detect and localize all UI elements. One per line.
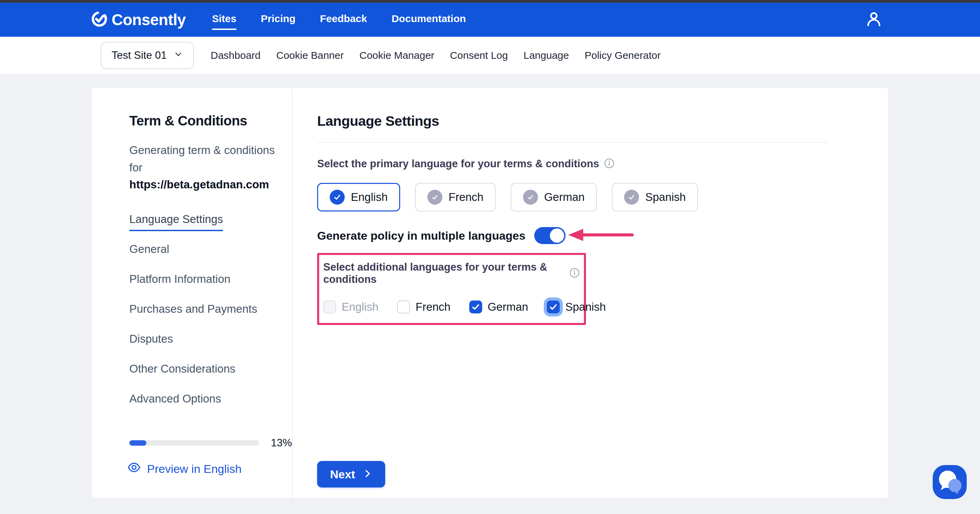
info-icon[interactable]: [604, 158, 614, 170]
panel-title: Language Settings: [317, 113, 888, 129]
primary-language-german[interactable]: German: [511, 183, 597, 211]
additional-languages-label-row: Select additional languages for your ter…: [323, 261, 580, 286]
preview-in-english-link[interactable]: Preview in English: [127, 461, 242, 477]
tab-language[interactable]: Language: [523, 50, 569, 61]
nav-item-documentation[interactable]: Documentation: [392, 13, 466, 27]
checkbox-label: German: [488, 300, 528, 313]
tab-cookie-manager[interactable]: Cookie Manager: [360, 50, 434, 61]
multi-language-toggle-row: Generate policy in multiple languages: [317, 227, 888, 244]
progress-fill: [129, 440, 146, 446]
primary-language-spanish[interactable]: Spanish: [612, 183, 698, 211]
primary-language-label: Select the primary language for your ter…: [317, 158, 599, 170]
sidebar-item-purchases-and-payments[interactable]: Purchases and Payments: [129, 303, 257, 316]
progress-section: 13%: [129, 437, 292, 449]
info-icon[interactable]: [569, 268, 580, 279]
check-circle-icon: [427, 190, 442, 205]
brand-name: Consently: [111, 11, 186, 29]
user-icon: [865, 11, 882, 29]
option-label: French: [449, 191, 484, 204]
primary-language-english[interactable]: English: [317, 183, 400, 211]
additional-languages-options: English French German: [323, 300, 580, 313]
site-selector-value: Test Site 01: [111, 49, 167, 62]
site-navigation-bar: Test Site 01 Dashboard Cookie Banner Coo…: [0, 37, 980, 74]
top-nav-links: Sites Pricing Feedback Documentation: [212, 13, 466, 27]
next-button-label: Next: [330, 468, 355, 481]
check-circle-icon: [523, 190, 538, 205]
site-tabs: Dashboard Cookie Banner Cookie Manager C…: [211, 50, 660, 61]
panel-divider: [317, 142, 829, 143]
nav-item-sites[interactable]: Sites: [212, 13, 237, 27]
multi-language-toggle[interactable]: [534, 227, 566, 244]
primary-language-label-row: Select the primary language for your ter…: [317, 158, 888, 170]
additional-languages-label: Select additional languages for your ter…: [323, 261, 565, 286]
sidebar-menu: Language Settings General Platform Infor…: [129, 213, 292, 422]
tab-cookie-banner[interactable]: Cookie Banner: [276, 50, 344, 61]
chevron-down-icon: [173, 49, 183, 62]
policy-sidebar: Term & Conditions Generating term & cond…: [92, 88, 293, 498]
checkbox-disabled-icon: [323, 300, 336, 313]
additional-languages-highlight-box: Select additional languages for your ter…: [317, 253, 586, 325]
primary-language-options: English French German: [317, 183, 888, 211]
checkbox-checked-icon[interactable]: [469, 300, 482, 313]
tab-policy-generator[interactable]: Policy Generator: [585, 50, 660, 61]
tab-consent-log[interactable]: Consent Log: [450, 50, 508, 61]
nav-item-feedback[interactable]: Feedback: [320, 13, 367, 27]
option-label: German: [544, 191, 585, 204]
sidebar-site-url: https://beta.getadnan.com: [129, 178, 292, 191]
brand-logo[interactable]: Consently: [91, 10, 186, 29]
multi-language-toggle-label: Generate policy in multiple languages: [317, 229, 525, 243]
preview-link-label: Preview in English: [147, 462, 242, 476]
eye-icon: [127, 461, 141, 477]
progress-percent: 13%: [271, 437, 292, 449]
sidebar-item-advanced-options[interactable]: Advanced Options: [129, 392, 221, 405]
sidebar-item-disputes[interactable]: Disputes: [129, 333, 173, 345]
primary-language-french[interactable]: French: [415, 183, 496, 211]
site-selector-dropdown[interactable]: Test Site 01: [101, 42, 194, 69]
window-edge: [0, 0, 980, 3]
additional-language-german[interactable]: German: [469, 300, 528, 313]
toggle-knob: [550, 228, 564, 243]
sidebar-item-platform-information[interactable]: Platform Information: [129, 273, 231, 286]
policy-generator-card: Term & Conditions Generating term & cond…: [92, 88, 888, 498]
sidebar-title: Term & Conditions: [129, 113, 292, 128]
annotation-arrow-icon: [566, 227, 634, 244]
additional-language-french[interactable]: French: [397, 300, 450, 313]
checkbox-unchecked-icon[interactable]: [397, 300, 410, 313]
next-button[interactable]: Next: [317, 461, 385, 487]
nav-item-pricing[interactable]: Pricing: [261, 13, 296, 27]
checkbox-checked-focused-icon[interactable]: [547, 300, 560, 313]
check-circle-icon: [624, 190, 639, 205]
chat-bubbles-icon: [933, 465, 967, 500]
sidebar-item-general[interactable]: General: [129, 243, 169, 255]
sidebar-item-language-settings[interactable]: Language Settings: [129, 213, 223, 231]
language-settings-panel: Language Settings Select the primary lan…: [293, 88, 888, 498]
option-label: English: [351, 191, 388, 204]
additional-language-spanish[interactable]: Spanish: [547, 300, 606, 313]
option-label: Spanish: [645, 191, 686, 204]
top-navigation-bar: Consently Sites Pricing Feedback Documen…: [0, 3, 980, 37]
chevron-right-icon: [363, 468, 372, 481]
tab-dashboard[interactable]: Dashboard: [211, 50, 261, 61]
sidebar-item-other-considerations[interactable]: Other Considerations: [129, 362, 235, 375]
progress-bar: [129, 440, 259, 446]
chat-widget-button[interactable]: [933, 465, 967, 499]
checkbox-label: English: [342, 300, 379, 313]
checkbox-label: French: [415, 300, 450, 313]
consently-logo-icon: [91, 10, 108, 29]
check-circle-icon: [330, 190, 345, 205]
page-body: Term & Conditions Generating term & cond…: [0, 74, 980, 498]
sidebar-subtitle: Generating term & conditions for: [129, 141, 289, 176]
checkbox-label: Spanish: [565, 300, 606, 313]
additional-language-english: English: [323, 300, 379, 313]
user-account-button[interactable]: [864, 10, 883, 29]
